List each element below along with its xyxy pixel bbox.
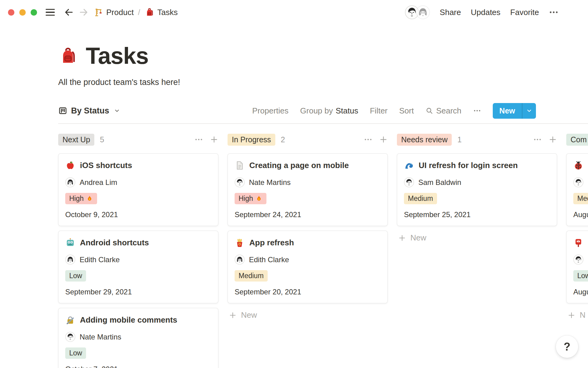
new-card-label: N	[580, 310, 586, 320]
priority-badge: Low	[573, 270, 588, 282]
page-content: Tasks All the product team's tasks here!…	[0, 42, 588, 368]
close-window-button[interactable]	[8, 9, 14, 16]
column-header: Needs review1	[397, 133, 557, 146]
column-header: In Progress2	[228, 133, 388, 146]
help-button[interactable]: ?	[556, 335, 578, 358]
new-button-label[interactable]: New	[493, 103, 522, 119]
column-new-button[interactable]: New	[397, 231, 557, 245]
back-button[interactable]	[64, 7, 74, 17]
toolbar-divider	[58, 123, 588, 124]
column-add-icon[interactable]	[548, 135, 557, 144]
card-title: UI refresh for login screen	[419, 161, 518, 170]
column-name-badge: Com	[566, 134, 588, 146]
due-date: October 7, 2021	[65, 365, 211, 368]
window-titlebar: Product / Tasks Share Updates Favorite	[0, 0, 588, 25]
assignee-name: Sam Baldwin	[418, 178, 461, 187]
task-card[interactable]: App refreshEdith ClarkeMediumSeptember 2…	[228, 231, 388, 303]
assignee-avatar	[65, 255, 75, 265]
assignee-avatar	[235, 255, 245, 265]
postbox-icon	[573, 238, 583, 248]
board-column: Needs review1UI refresh for login screen…	[397, 133, 557, 368]
updates-button[interactable]: Updates	[471, 8, 500, 17]
sort-button[interactable]: Sort	[399, 106, 414, 116]
group-by-label: Group by	[300, 106, 333, 116]
backpack-icon	[145, 7, 154, 17]
plus-icon	[398, 234, 406, 242]
task-card[interactable]: iOS shortcutsAndrea LimHighOctober 9, 20…	[58, 153, 218, 226]
favorite-button[interactable]: Favorite	[510, 8, 539, 17]
assignee-name: Andrea Lim	[80, 178, 117, 187]
priority-badge: High	[235, 193, 266, 204]
assignee-avatar	[65, 177, 75, 187]
column-new-button[interactable]: N	[566, 308, 588, 322]
zoom-window-button[interactable]	[31, 9, 37, 16]
task-card[interactable]: Adding mobile commentsNate MartinsLowOct…	[58, 308, 218, 368]
apple-icon	[65, 160, 75, 171]
page-header: Tasks	[58, 42, 588, 69]
page-backpack-icon[interactable]	[58, 46, 78, 66]
lock-pen-icon	[65, 315, 75, 325]
card-title: iOS shortcuts	[80, 161, 132, 170]
task-card[interactable]: UI refresh for login screenSam BaldwinMe…	[397, 153, 557, 226]
ladybug-icon	[573, 160, 583, 171]
page-icon	[235, 160, 245, 171]
task-card[interactable]: DNMedAugu	[566, 153, 588, 226]
toolbar-menu: Properties Group by Status Filter Sort S…	[252, 103, 536, 119]
crane-icon	[93, 7, 103, 17]
minimize-window-button[interactable]	[19, 9, 26, 16]
plus-icon	[229, 311, 237, 319]
group-by-button[interactable]: Group by Status	[300, 106, 358, 116]
assignee-name: Edith Clarke	[80, 255, 120, 264]
search-button[interactable]: Search	[425, 106, 461, 116]
new-dropdown-button[interactable]	[522, 103, 536, 119]
share-button[interactable]: Share	[440, 8, 461, 17]
priority-badge: Medium	[404, 193, 437, 204]
search-icon	[425, 107, 433, 115]
due-date: Augu	[573, 288, 588, 296]
toolbar-more-icon[interactable]	[473, 107, 481, 115]
due-date: September 24, 2021	[235, 210, 381, 219]
due-date: September 25, 2021	[404, 210, 550, 219]
column-more-icon[interactable]	[194, 135, 203, 144]
collaborator-avatar-female	[416, 5, 430, 19]
task-card[interactable]: ENLowAugu	[566, 231, 588, 303]
column-name-badge: Needs review	[397, 134, 452, 146]
properties-button[interactable]: Properties	[252, 106, 289, 116]
plus-icon	[567, 311, 575, 319]
column-new-button[interactable]: New	[228, 308, 388, 322]
column-count: 1	[457, 135, 462, 144]
view-selector[interactable]: By Status	[58, 106, 120, 116]
group-by-value: Status	[336, 106, 358, 116]
wave-icon	[404, 160, 414, 171]
due-date: September 29, 2021	[65, 288, 211, 296]
column-name-badge: Next Up	[58, 134, 94, 146]
column-add-icon[interactable]	[379, 135, 388, 144]
column-more-icon[interactable]	[533, 135, 542, 144]
assignee-avatar	[573, 255, 583, 265]
fire-icon	[86, 195, 93, 202]
due-date: Augu	[573, 210, 588, 219]
fries-icon	[235, 238, 245, 248]
forward-button[interactable]	[79, 7, 89, 17]
board-column: Next Up5iOS shortcutsAndrea LimHighOctob…	[58, 133, 218, 368]
priority-badge: Low	[65, 270, 86, 282]
breadcrumb-tasks[interactable]: Tasks	[145, 7, 178, 17]
priority-badge: Low	[65, 347, 86, 359]
assignee-avatar	[65, 332, 75, 342]
task-card[interactable]: Android shortcutsEdith ClarkeLowSeptembe…	[58, 231, 218, 303]
assignee-avatar	[404, 177, 414, 187]
task-card[interactable]: Creating a page on mobileNate MartinsHig…	[228, 153, 388, 226]
sidebar-menu-icon[interactable]	[46, 9, 55, 16]
breadcrumb-product[interactable]: Product	[93, 7, 134, 17]
breadcrumb: Product / Tasks	[93, 7, 178, 17]
filter-button[interactable]: Filter	[370, 106, 388, 116]
page-title: Tasks	[86, 42, 149, 69]
column-count: 5	[100, 135, 104, 144]
column-add-icon[interactable]	[210, 135, 218, 144]
assignee-avatar	[573, 177, 583, 187]
breadcrumb-tasks-label: Tasks	[157, 8, 178, 17]
new-button[interactable]: New	[493, 103, 536, 119]
more-options-icon[interactable]	[549, 7, 559, 17]
column-more-icon[interactable]	[364, 135, 372, 144]
page-subtitle: All the product team's tasks here!	[58, 78, 588, 87]
